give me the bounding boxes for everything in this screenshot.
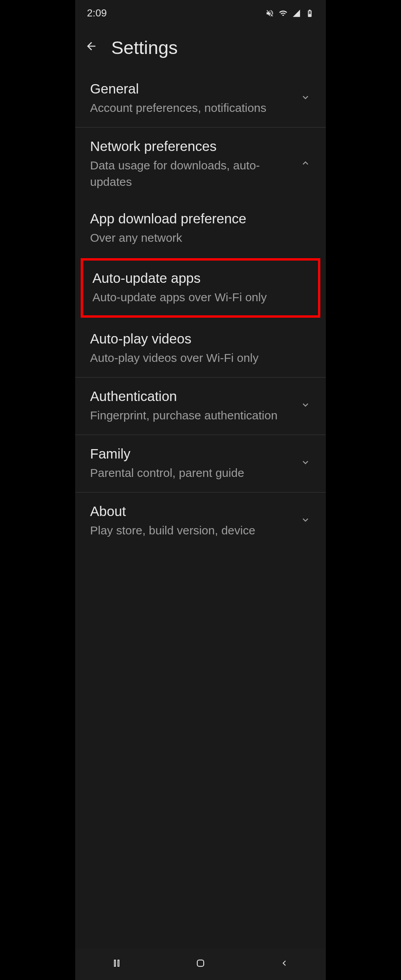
settings-list: General Account preferences, notificatio… — [75, 70, 326, 550]
status-icons — [266, 9, 314, 18]
nav-recent-icon[interactable] — [112, 958, 121, 971]
svg-rect-1 — [114, 960, 116, 966]
item-title: App download preference — [90, 211, 311, 227]
svg-rect-3 — [197, 960, 204, 966]
signal-icon — [292, 9, 301, 18]
settings-item-authentication[interactable]: Authentication Fingerprint, purchase aut… — [75, 378, 326, 435]
status-bar: 2:09 — [75, 0, 326, 23]
navigation-bar — [75, 949, 326, 980]
nav-home-icon[interactable] — [195, 958, 206, 971]
settings-item-app-download[interactable]: App download preference Over any network — [75, 201, 326, 256]
item-subtitle: Auto-update apps over Wi-Fi only — [92, 289, 309, 306]
item-title: General — [90, 81, 292, 97]
settings-item-auto-update[interactable]: Auto-update apps Auto-update apps over W… — [81, 258, 320, 318]
item-title: Auto-play videos — [90, 331, 311, 347]
item-subtitle: Parental control, parent guide — [90, 465, 292, 481]
chevron-down-icon — [300, 514, 311, 528]
mute-icon — [266, 9, 274, 18]
battery-icon — [305, 9, 314, 18]
status-time: 2:09 — [87, 7, 107, 19]
back-arrow-icon[interactable] — [85, 40, 98, 56]
settings-item-family[interactable]: Family Parental control, parent guide — [75, 435, 326, 493]
item-subtitle: Play store, build version, device — [90, 522, 292, 539]
wifi-icon — [279, 9, 287, 18]
item-title: About — [90, 503, 292, 519]
settings-item-network[interactable]: Network preferences Data usage for downl… — [75, 128, 326, 201]
chevron-down-icon — [300, 399, 311, 413]
svg-rect-2 — [118, 960, 119, 966]
chevron-down-icon — [300, 457, 311, 471]
item-subtitle: Account preferences, notifications — [90, 100, 292, 116]
item-title: Network preferences — [90, 138, 292, 154]
svg-rect-0 — [309, 14, 311, 16]
chevron-down-icon — [300, 92, 311, 106]
settings-item-general[interactable]: General Account preferences, notificatio… — [75, 70, 326, 128]
item-subtitle: Over any network — [90, 230, 311, 246]
nav-back-icon[interactable] — [280, 958, 289, 971]
item-title: Family — [90, 446, 292, 462]
item-subtitle: Data usage for downloads, auto-updates — [90, 157, 292, 190]
item-subtitle: Auto-play videos over Wi-Fi only — [90, 350, 311, 366]
settings-item-auto-play[interactable]: Auto-play videos Auto-play videos over W… — [75, 320, 326, 378]
header: Settings — [75, 23, 326, 70]
settings-item-about[interactable]: About Play store, build version, device — [75, 493, 326, 550]
item-title: Authentication — [90, 388, 292, 404]
item-title: Auto-update apps — [92, 270, 309, 286]
chevron-up-icon — [300, 158, 311, 171]
item-subtitle: Fingerprint, purchase authentication — [90, 407, 292, 424]
page-title: Settings — [111, 37, 178, 58]
